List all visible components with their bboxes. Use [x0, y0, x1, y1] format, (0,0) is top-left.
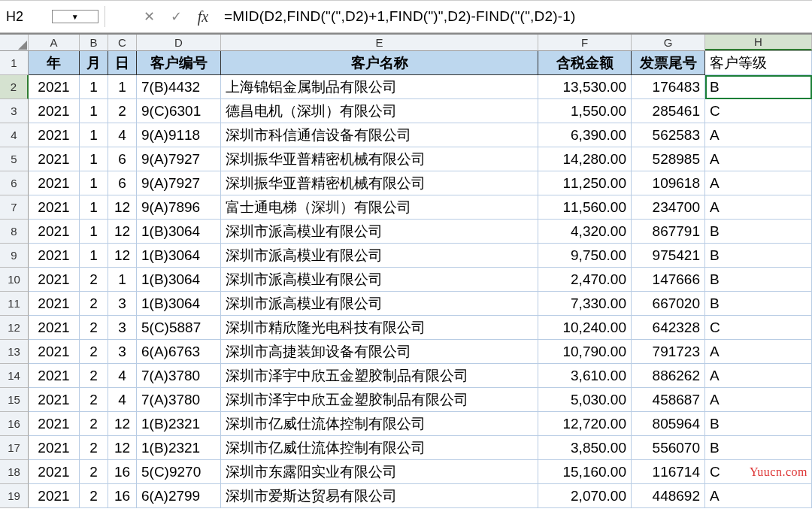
cell-F9[interactable]: 9,750.00	[538, 244, 632, 268]
column-header-H[interactable]: H	[705, 35, 812, 50]
cell-F2[interactable]: 13,530.00	[538, 75, 632, 99]
cell-H10[interactable]: B	[705, 268, 812, 292]
row-header-8[interactable]: 8	[0, 220, 29, 244]
cell-B14[interactable]: 2	[80, 364, 108, 388]
cell-B10[interactable]: 2	[80, 268, 108, 292]
cell-C9[interactable]: 12	[108, 244, 137, 268]
cell-A5[interactable]: 2021	[29, 147, 80, 171]
cell-G4[interactable]: 562583	[632, 123, 705, 147]
cell-C14[interactable]: 4	[108, 364, 137, 388]
row-header-17[interactable]: 17	[0, 436, 29, 460]
cell-C2[interactable]: 1	[108, 75, 137, 99]
column-header-F[interactable]: F	[538, 35, 632, 50]
cell-D6[interactable]: 9(A)7927	[137, 171, 221, 195]
row-header-13[interactable]: 13	[0, 340, 29, 364]
cell-H3[interactable]: C	[705, 99, 812, 123]
cell-B9[interactable]: 1	[80, 244, 108, 268]
cell-D19[interactable]: 6(A)2799	[137, 484, 221, 508]
cell-H7[interactable]: A	[705, 195, 812, 220]
row-header-3[interactable]: 3	[0, 99, 29, 123]
cell-B16[interactable]: 2	[80, 412, 108, 436]
cell-F3[interactable]: 1,550.00	[538, 99, 632, 123]
cell-E4[interactable]: 深圳市科信通信设备有限公司	[221, 123, 538, 147]
cell-A18[interactable]: 2021	[29, 460, 80, 484]
header-cell-G[interactable]: 发票尾号	[632, 51, 705, 75]
cell-C16[interactable]: 12	[108, 412, 137, 436]
cell-G11[interactable]: 667020	[632, 292, 705, 316]
accept-formula-button[interactable]: ✓	[162, 6, 189, 27]
cell-B2[interactable]: 1	[80, 75, 108, 99]
cell-G16[interactable]: 805964	[632, 412, 705, 436]
cell-F18[interactable]: 15,160.00	[538, 460, 632, 484]
cell-A9[interactable]: 2021	[29, 244, 80, 268]
cell-G7[interactable]: 234700	[632, 195, 705, 220]
cell-H13[interactable]: A	[705, 340, 812, 364]
cell-C3[interactable]: 2	[108, 99, 137, 123]
header-cell-E[interactable]: 客户名称	[221, 51, 538, 75]
row-header-18[interactable]: 18	[0, 460, 29, 484]
cell-B6[interactable]: 1	[80, 171, 108, 195]
cell-F12[interactable]: 10,240.00	[538, 316, 632, 340]
cell-G10[interactable]: 147666	[632, 268, 705, 292]
cell-D15[interactable]: 7(A)3780	[137, 388, 221, 412]
cell-D2[interactable]: 7(B)4432	[137, 75, 221, 99]
cell-B7[interactable]: 1	[80, 195, 108, 220]
cell-H14[interactable]: A	[705, 364, 812, 388]
row-header-19[interactable]: 19	[0, 484, 29, 508]
cell-D8[interactable]: 1(B)3064	[137, 220, 221, 244]
row-header-5[interactable]: 5	[0, 147, 29, 171]
column-header-G[interactable]: G	[632, 35, 705, 50]
row-header-7[interactable]: 7	[0, 195, 29, 220]
cell-F15[interactable]: 5,030.00	[538, 388, 632, 412]
cell-H5[interactable]: A	[705, 147, 812, 171]
cell-E13[interactable]: 深圳市高捷装卸设备有限公司	[221, 340, 538, 364]
cell-B13[interactable]: 2	[80, 340, 108, 364]
cell-A11[interactable]: 2021	[29, 292, 80, 316]
cell-G2[interactable]: 176483	[632, 75, 705, 99]
column-header-C[interactable]: C	[108, 35, 137, 50]
cell-D13[interactable]: 6(A)6763	[137, 340, 221, 364]
cell-C5[interactable]: 6	[108, 147, 137, 171]
cell-A13[interactable]: 2021	[29, 340, 80, 364]
cell-D9[interactable]: 1(B)3064	[137, 244, 221, 268]
cell-D11[interactable]: 1(B)3064	[137, 292, 221, 316]
cell-E16[interactable]: 深圳市亿威仕流体控制有限公司	[221, 412, 538, 436]
cell-B17[interactable]: 2	[80, 436, 108, 460]
cell-F8[interactable]: 4,320.00	[538, 220, 632, 244]
cell-H8[interactable]: B	[705, 220, 812, 244]
cell-E18[interactable]: 深圳市东露阳实业有限公司	[221, 460, 538, 484]
cell-G15[interactable]: 458687	[632, 388, 705, 412]
cell-E7[interactable]: 富士通电梯（深圳）有限公司	[221, 195, 538, 220]
cell-F14[interactable]: 3,610.00	[538, 364, 632, 388]
cell-G9[interactable]: 975421	[632, 244, 705, 268]
cell-C10[interactable]: 1	[108, 268, 137, 292]
cell-E19[interactable]: 深圳市爱斯达贸易有限公司	[221, 484, 538, 508]
cell-A16[interactable]: 2021	[29, 412, 80, 436]
cell-G13[interactable]: 791723	[632, 340, 705, 364]
cell-C12[interactable]: 3	[108, 316, 137, 340]
cell-A19[interactable]: 2021	[29, 484, 80, 508]
header-cell-B[interactable]: 月	[80, 51, 108, 75]
cell-D7[interactable]: 9(A)7896	[137, 195, 221, 220]
cell-B15[interactable]: 2	[80, 388, 108, 412]
cell-E11[interactable]: 深圳市派高模业有限公司	[221, 292, 538, 316]
cell-B3[interactable]: 1	[80, 99, 108, 123]
cell-B19[interactable]: 2	[80, 484, 108, 508]
header-cell-F[interactable]: 含税金额	[538, 51, 632, 75]
header-cell-A[interactable]: 年	[29, 51, 80, 75]
cell-H4[interactable]: A	[705, 123, 812, 147]
cell-H12[interactable]: C	[705, 316, 812, 340]
cell-D14[interactable]: 7(A)3780	[137, 364, 221, 388]
name-box[interactable]: H2 ▼	[0, 6, 105, 27]
cell-C6[interactable]: 6	[108, 171, 137, 195]
cell-C4[interactable]: 4	[108, 123, 137, 147]
cell-F4[interactable]: 6,390.00	[538, 123, 632, 147]
cell-E9[interactable]: 深圳市派高模业有限公司	[221, 244, 538, 268]
cancel-formula-button[interactable]: ✕	[135, 6, 162, 27]
cell-C13[interactable]: 3	[108, 340, 137, 364]
cell-G18[interactable]: 116714	[632, 460, 705, 484]
row-header-16[interactable]: 16	[0, 412, 29, 436]
cell-H9[interactable]: B	[705, 244, 812, 268]
cell-E10[interactable]: 深圳市派高模业有限公司	[221, 268, 538, 292]
cell-E12[interactable]: 深圳市精欣隆光电科技有限公司	[221, 316, 538, 340]
